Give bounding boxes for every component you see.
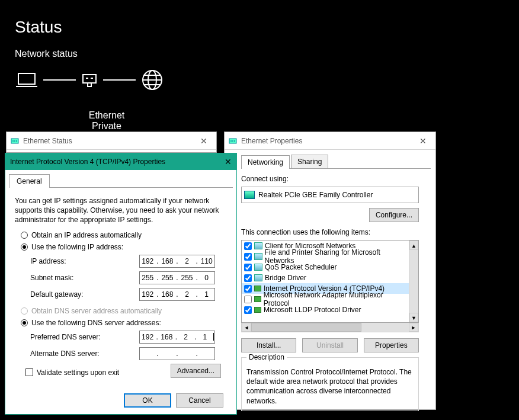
svg-rect-2 bbox=[88, 83, 91, 86]
ok-button[interactable]: OK bbox=[124, 393, 171, 408]
radio-label: Obtain DNS server address automatically bbox=[31, 307, 162, 315]
item-checkbox[interactable] bbox=[244, 296, 252, 303]
description-group: Description Transmission Control Protoco… bbox=[241, 357, 419, 411]
gateway-input[interactable]: 192. 168. 2. 1 bbox=[139, 288, 215, 301]
radio-obtain-ip-auto[interactable]: Obtain an IP address automatically bbox=[21, 231, 233, 239]
client-icon bbox=[254, 264, 262, 271]
item-label: Microsoft LLDP Protocol Driver bbox=[264, 306, 361, 314]
description-text: Transmission Control Protocol/Internet P… bbox=[246, 367, 414, 406]
tab-general[interactable]: General bbox=[9, 174, 50, 188]
scroll-down-icon[interactable]: ▼ bbox=[409, 313, 418, 322]
item-label: QoS Packet Scheduler bbox=[265, 263, 337, 271]
client-icon bbox=[254, 253, 262, 260]
ipv4-properties-window: Internet Protocol Version 4 (TCP/IPv4) P… bbox=[5, 153, 237, 415]
ip-address-label: IP address: bbox=[30, 257, 139, 265]
advanced-button[interactable]: Advanced... bbox=[171, 364, 221, 378]
item-checkbox[interactable] bbox=[244, 285, 252, 293]
page-title: Status bbox=[0, 0, 519, 49]
connector-line bbox=[103, 79, 136, 81]
text-caret bbox=[213, 333, 214, 341]
tab-sharing[interactable]: Sharing bbox=[291, 155, 328, 168]
cancel-button[interactable]: Cancel bbox=[176, 393, 223, 408]
connector-line bbox=[43, 79, 76, 81]
radio-label: Use the following DNS server addresses: bbox=[31, 319, 161, 327]
radio-label: Use the following IP address: bbox=[31, 243, 123, 251]
protocol-icon bbox=[254, 296, 261, 302]
section-title: Network status bbox=[0, 49, 519, 68]
checkbox-label: Validate settings upon exit bbox=[37, 368, 119, 377]
svg-rect-0 bbox=[18, 73, 35, 84]
radio-use-dns[interactable]: Use the following DNS server addresses: bbox=[21, 319, 233, 327]
item-checkbox[interactable] bbox=[244, 253, 252, 261]
router-icon bbox=[81, 71, 98, 89]
horizontal-scrollbar[interactable]: ◄ ► bbox=[241, 323, 419, 332]
gateway-label: Default gateway: bbox=[30, 290, 139, 299]
scroll-right-icon[interactable]: ► bbox=[409, 323, 418, 332]
nic-field[interactable]: Realtek PCIe GBE Family Controller bbox=[241, 187, 419, 203]
radio-obtain-dns-auto: Obtain DNS server address automatically bbox=[21, 307, 233, 315]
item-checkbox[interactable] bbox=[244, 274, 252, 282]
item-checkbox[interactable] bbox=[244, 264, 252, 271]
nic-name: Realtek PCIe GBE Family Controller bbox=[258, 191, 373, 199]
nic-icon bbox=[10, 136, 20, 146]
ethernet-properties-title: Ethernet Properties bbox=[241, 137, 414, 145]
subnet-mask-label: Subnet mask: bbox=[30, 274, 139, 282]
protocol-icon bbox=[254, 286, 261, 291]
svg-rect-1 bbox=[83, 75, 96, 83]
uninstall-button: Uninstall bbox=[302, 338, 357, 352]
nic-icon bbox=[228, 136, 238, 146]
network-diagram bbox=[0, 68, 519, 92]
client-icon bbox=[254, 242, 262, 249]
connection-items-list: Client for Microsoft NetworksFile and Pr… bbox=[241, 240, 419, 323]
properties-button[interactable]: Properties bbox=[364, 338, 419, 352]
configure-button[interactable]: Configure... bbox=[369, 208, 419, 222]
item-label: File and Printer Sharing for Microsoft N… bbox=[265, 248, 406, 265]
list-item[interactable]: Microsoft Network Adapter Multiplexor Pr… bbox=[242, 294, 409, 304]
subnet-mask-input[interactable]: 255. 255. 255. 0 bbox=[139, 271, 215, 284]
radio-use-ip[interactable]: Use the following IP address: bbox=[21, 243, 233, 251]
ethernet-status-window: Ethernet Status ✕ bbox=[6, 132, 217, 153]
preferred-dns-label: Preferred DNS server: bbox=[30, 333, 139, 341]
tab-networking[interactable]: Networking bbox=[241, 155, 290, 169]
nic-icon bbox=[244, 191, 255, 199]
radio-label: Obtain an IP address automatically bbox=[31, 231, 142, 239]
item-checkbox[interactable] bbox=[244, 306, 252, 314]
ethernet-label: Ethernet bbox=[83, 110, 130, 121]
ipv4-title: Internet Protocol Version 4 (TCP/IPv4) P… bbox=[10, 158, 220, 166]
item-checkbox[interactable] bbox=[244, 242, 252, 250]
description-legend: Description bbox=[246, 353, 287, 361]
close-icon[interactable]: ✕ bbox=[414, 136, 432, 146]
list-item[interactable]: Bridge Driver bbox=[242, 272, 409, 283]
install-button[interactable]: Install... bbox=[241, 338, 296, 352]
close-icon[interactable]: ✕ bbox=[195, 136, 213, 146]
protocol-icon bbox=[254, 307, 261, 313]
scroll-left-icon[interactable]: ◄ bbox=[242, 323, 251, 332]
ip-address-input[interactable]: 192. 168. 2. 110 bbox=[139, 255, 215, 268]
ethernet-status-title: Ethernet Status bbox=[23, 137, 195, 145]
preferred-dns-input[interactable]: 192. 168. 2. 1 bbox=[139, 331, 215, 344]
alternate-dns-label: Alternate DNS server: bbox=[30, 350, 139, 358]
laptop-icon bbox=[15, 71, 39, 89]
item-label: Bridge Driver bbox=[265, 274, 306, 282]
item-label: Microsoft Network Adapter Multiplexor Pr… bbox=[264, 291, 406, 307]
alternate-dns-input[interactable]: . . . bbox=[139, 347, 215, 360]
items-label: This connection uses the following items… bbox=[241, 228, 431, 236]
connect-using-label: Connect using: bbox=[241, 175, 431, 183]
list-item[interactable]: File and Printer Sharing for Microsoft N… bbox=[242, 251, 409, 262]
vertical-scrollbar[interactable]: ▲ ▼ bbox=[409, 241, 418, 322]
client-icon bbox=[254, 274, 262, 281]
ipv4-intro-text: You can get IP settings assigned automat… bbox=[15, 196, 227, 225]
scroll-up-icon[interactable]: ▲ bbox=[409, 241, 418, 250]
close-icon[interactable]: ✕ bbox=[220, 157, 232, 166]
globe-icon bbox=[140, 68, 164, 92]
ethernet-properties-window: Ethernet Properties ✕ Networking Sharing… bbox=[224, 132, 436, 410]
